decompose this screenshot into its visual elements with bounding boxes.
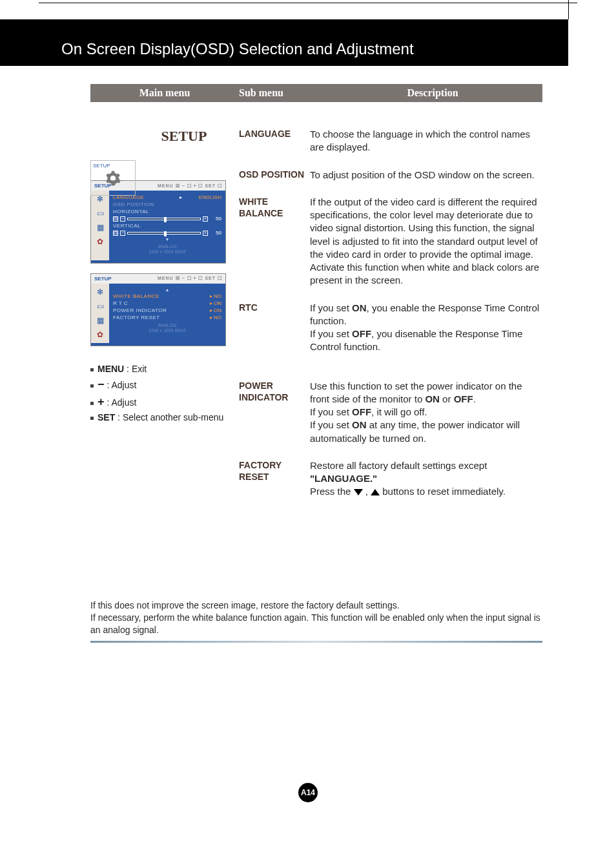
right-column: LANGUAGE To choose the language in which… bbox=[239, 128, 542, 513]
label-power-indicator: POWER INDICATOR bbox=[239, 380, 310, 445]
ctrl-set-text: : Select another sub-menu bbox=[115, 412, 223, 422]
bottom-note: If this does not improve the screen imag… bbox=[90, 599, 542, 636]
row-osd-position: OSD POSITION To adjust position of the O… bbox=[239, 169, 542, 182]
gear-icon: ✿ bbox=[94, 329, 106, 340]
gear-icon bbox=[105, 170, 121, 187]
pi-on2: ON bbox=[352, 419, 367, 430]
top-rule bbox=[39, 3, 577, 3]
osd2-pi-val: ▸ ON bbox=[210, 307, 221, 313]
osd2-fr: FACTORY RESET bbox=[113, 315, 160, 320]
text-rtc: If you set ON, you enable the Response T… bbox=[310, 302, 542, 354]
setup-icon-card: SETUP bbox=[90, 160, 136, 196]
text-power-indicator: Use this function to set the power indic… bbox=[310, 380, 542, 445]
osd1-footer2: 1280 x 1024 60HZ bbox=[113, 249, 221, 255]
ctrl-plus-text: : Adjust bbox=[105, 397, 137, 408]
row-rtc: RTC If you set ON, you enable the Respon… bbox=[239, 302, 542, 354]
screen-icon: ▭ bbox=[94, 300, 106, 312]
left-column: SETUP SETUP SETUP MENU ☒ − ☐ + ☐ SET ☐ ✻… bbox=[90, 128, 239, 513]
osd1-iconcol: ✻ ▭ ▦ ✿ bbox=[91, 191, 109, 260]
pi-t3: , it will go off. bbox=[371, 406, 427, 417]
label-language: LANGUAGE bbox=[239, 128, 310, 154]
pi-or: or bbox=[440, 393, 454, 404]
label-osd-position: OSD POSITION bbox=[239, 169, 310, 182]
osd2-iconcol: ✻ ▭ ▦ ✿ bbox=[91, 284, 109, 343]
ctrl-minus: − bbox=[98, 378, 105, 391]
osd1-language-value: ENGLISH bbox=[199, 194, 221, 200]
osd1-titlebar-buttons: MENU ☒ − ☐ + ☐ SET ☐ bbox=[158, 183, 222, 189]
text-white-balance: If the output of the video card is diffe… bbox=[310, 196, 542, 287]
fr-lang: "LANGUAGE." bbox=[310, 473, 377, 484]
pi-t1: Use this function to set the power indic… bbox=[310, 380, 522, 404]
setup-title: SETUP bbox=[90, 128, 239, 145]
text-factory-reset: Restore all factory default settings exc… bbox=[310, 459, 542, 499]
page-number-badge: A14 bbox=[298, 783, 318, 802]
rtc-off: OFF bbox=[352, 328, 371, 339]
osd1-h-val: 50 bbox=[210, 216, 221, 222]
osd2-footer1: ANALOG bbox=[113, 323, 221, 328]
row-factory-reset: FACTORY RESET Restore all factory defaul… bbox=[239, 459, 542, 499]
gradient-rule bbox=[90, 641, 542, 643]
ctrl-minus-text: : Adjust bbox=[105, 380, 137, 390]
pi-off: OFF bbox=[454, 393, 473, 404]
color-icon: ▦ bbox=[94, 222, 106, 233]
osd2-rtc-val: ▸ ON bbox=[210, 300, 221, 306]
screen-icon: ▭ bbox=[94, 207, 106, 219]
pi-on: ON bbox=[425, 393, 440, 404]
osd2-title: SETUP bbox=[94, 276, 112, 282]
osd2-pi: POWER INDICATOR bbox=[113, 307, 167, 313]
osd1-h-slider: ⊟−+ 50 bbox=[113, 216, 221, 222]
osd2-titlebar-buttons: MENU ☒ − ☐ + ☐ SET ☐ bbox=[158, 276, 222, 281]
osd2-titlebar: SETUP MENU ☒ − ☐ + ☐ SET ☐ bbox=[91, 274, 225, 284]
osd1-v-val: 50 bbox=[210, 230, 221, 236]
fr-t3: buttons to reset immediately. bbox=[382, 486, 506, 497]
row-language: LANGUAGE To choose the language in which… bbox=[239, 128, 542, 154]
column-header-bar: Main menu Sub menu Description bbox=[90, 84, 542, 102]
rtc-on: ON bbox=[352, 302, 367, 313]
rtc-t3: If you set bbox=[310, 328, 352, 339]
ctrl-set: SET bbox=[98, 412, 115, 422]
content-area: Main menu Sub menu Description SETUP SET… bbox=[90, 84, 542, 513]
row-white-balance: WHITE BALANCE If the output of the video… bbox=[239, 196, 542, 287]
brightness-icon: ✻ bbox=[94, 286, 106, 298]
header-description: Description bbox=[323, 87, 542, 99]
osd2-wb-val: ▸ NO bbox=[210, 293, 221, 299]
triangle-up-icon bbox=[371, 489, 380, 495]
controls-legend: MENU : Exit − : Adjust + : Adjust SET : … bbox=[90, 362, 239, 424]
osd1-vertical: VERTICAL bbox=[113, 223, 141, 229]
page-title-bar: On Screen Display(OSD) Selection and Adj… bbox=[0, 19, 568, 66]
ctrl-menu-text: : Exit bbox=[124, 364, 147, 374]
osd2-footer2: 1280 x 1024 60HZ bbox=[113, 328, 221, 333]
osd2-wb: WHITE BALANCE bbox=[113, 293, 159, 299]
label-white-balance: WHITE BALANCE bbox=[239, 196, 310, 287]
header-sub-menu: Sub menu bbox=[239, 87, 323, 99]
page-title: On Screen Display(OSD) Selection and Adj… bbox=[61, 40, 414, 58]
text-language: To choose the language in which the cont… bbox=[310, 128, 542, 154]
header-main-menu: Main menu bbox=[90, 87, 239, 99]
fr-comma: , bbox=[365, 486, 371, 497]
osd2-rtc: R T C bbox=[113, 300, 128, 306]
osd1-osd-position: OSD POSITION bbox=[113, 202, 154, 207]
fr-t1: Restore all factory default settings exc… bbox=[310, 460, 487, 471]
pi-t2: If you set bbox=[310, 406, 352, 417]
fr-t2: Press the bbox=[310, 486, 354, 497]
text-osd-position: To adjust position of the OSD window on … bbox=[310, 169, 542, 182]
pi-dot: . bbox=[473, 393, 476, 404]
label-factory-reset: FACTORY RESET bbox=[239, 459, 310, 499]
osd2-fr-val: ▸ NO bbox=[210, 315, 221, 320]
ctrl-plus: + bbox=[98, 395, 105, 408]
osd-screenshot-2: SETUP MENU ☒ − ☐ + ☐ SET ☐ ✻ ▭ ▦ ✿ ▲ WHI… bbox=[90, 273, 226, 346]
osd1-horizontal: HORIZONTAL bbox=[113, 209, 149, 214]
setup-icon-label: SETUP bbox=[91, 161, 135, 169]
gear-icon: ✿ bbox=[94, 236, 106, 247]
label-rtc: RTC bbox=[239, 302, 310, 354]
pi-t4: If you set bbox=[310, 419, 352, 430]
pi-off2: OFF bbox=[352, 406, 371, 417]
ctrl-menu: MENU bbox=[98, 364, 124, 374]
osd1-main: LANGUAGE ▸ENGLISH OSD POSITION HORIZONTA… bbox=[109, 191, 225, 260]
rtc-t1: If you set bbox=[310, 302, 352, 313]
color-icon: ▦ bbox=[94, 315, 106, 326]
row-power-indicator: POWER INDICATOR Use this function to set… bbox=[239, 380, 542, 445]
edge-cut-rule bbox=[568, 0, 569, 19]
main-grid: SETUP SETUP SETUP MENU ☒ − ☐ + ☐ SET ☐ ✻… bbox=[90, 128, 542, 513]
osd1-footer1: ANALOG bbox=[113, 244, 221, 249]
